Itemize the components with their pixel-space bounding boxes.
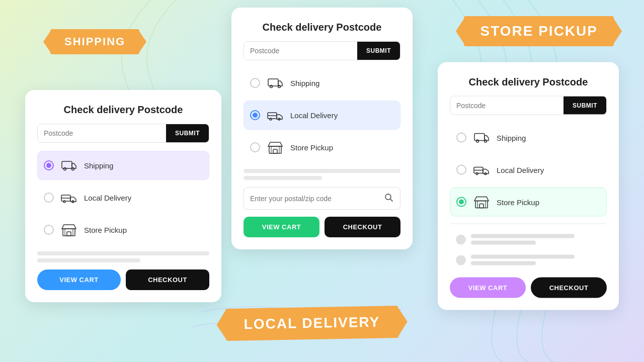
card-right-shipping-label: Shipping xyxy=(497,133,526,142)
card-center-radio-shipping xyxy=(250,78,260,88)
card-left-actions: VIEW CART CHECKOUT xyxy=(37,269,209,290)
card-left-shipping-label: Shipping xyxy=(84,161,113,170)
card-center-postcode-row: SUBMIT xyxy=(244,41,400,60)
svg-point-19 xyxy=(485,140,487,142)
store-pickup-banner: STORE PICKUP xyxy=(464,16,614,46)
card-center-actions: VIEW CART CHECKOUT xyxy=(244,217,400,237)
card-right-local-delivery-label: Local Delivery xyxy=(497,165,544,174)
card-left-radio-shipping xyxy=(44,160,54,170)
svg-rect-0 xyxy=(62,161,72,168)
svg-point-9 xyxy=(270,85,273,88)
card-right-radio-local-delivery xyxy=(456,165,466,175)
card-left-delivery-options: Shipping Local Delivery xyxy=(37,151,209,244)
card-center-search-button[interactable] xyxy=(384,193,394,204)
skeleton-circle-2 xyxy=(456,255,466,265)
skeleton-lines-2 xyxy=(471,255,601,265)
card-center: Check delivery Postcode SUBMIT Shipping xyxy=(231,8,413,249)
card-right-delivery-options: Shipping Local Delivery xyxy=(450,123,607,217)
svg-rect-17 xyxy=(474,134,485,141)
card-right-postcode-input[interactable] xyxy=(450,97,564,115)
local-delivery-banner-text: LOCAL DELIVERY xyxy=(244,314,380,332)
card-right-option-store-pickup[interactable]: Store Pickup xyxy=(450,188,607,217)
skeleton-line-short-2 xyxy=(471,261,536,265)
card-center-delivery-options: Shipping Local Delivery xyxy=(244,68,400,162)
svg-point-16 xyxy=(385,194,391,200)
card-left-checkout-button[interactable]: CHECKOUT xyxy=(126,269,209,290)
card-center-postal-input[interactable] xyxy=(250,195,384,203)
right-shipping-icon xyxy=(472,129,491,147)
card-right-view-cart-button[interactable]: VIEW CART xyxy=(450,278,526,298)
svg-point-10 xyxy=(278,85,281,88)
card-center-checkout-button[interactable]: CHECKOUT xyxy=(325,217,400,237)
svg-rect-15 xyxy=(273,149,277,153)
center-skeleton-bar-1 xyxy=(244,169,400,173)
card-left-option-shipping[interactable]: Shipping xyxy=(37,151,209,180)
skeleton-line-long-2 xyxy=(471,255,575,259)
card-right-radio-shipping xyxy=(456,133,466,143)
skeleton-bar-1 xyxy=(37,251,209,255)
card-left-radio-local-delivery xyxy=(44,193,54,203)
card-left-local-delivery-label: Local Delivery xyxy=(84,194,131,202)
card-center-store-pickup-label: Store Pickup xyxy=(290,143,333,152)
card-center-option-store-pickup[interactable]: Store Pickup xyxy=(244,133,400,162)
card-right-actions: VIEW CART CHECKOUT xyxy=(450,278,607,298)
skeleton-lines-1 xyxy=(471,234,601,245)
card-left-option-local-delivery[interactable]: Local Delivery xyxy=(37,183,209,212)
card-right-submit-button[interactable]: SUBMIT xyxy=(564,97,606,115)
card-right: Check delivery Postcode SUBMIT Shipping xyxy=(438,62,619,310)
center-local-delivery-icon xyxy=(266,106,284,124)
center-shipping-icon xyxy=(266,74,284,92)
card-right-postcode-row: SUBMIT xyxy=(450,96,607,115)
card-right-checkout-button[interactable]: CHECKOUT xyxy=(531,278,607,298)
card-left-skeleton xyxy=(37,251,209,262)
card-left-radio-store-pickup xyxy=(44,225,54,235)
svg-rect-8 xyxy=(268,79,278,86)
local-delivery-banner: LOCAL DELIVERY xyxy=(226,307,398,339)
card-right-title: Check delivery Postcode xyxy=(450,76,607,88)
card-center-local-delivery-label: Local Delivery xyxy=(290,111,338,120)
shipping-icon xyxy=(60,156,78,174)
card-center-option-local-delivery[interactable]: Local Delivery xyxy=(244,101,400,130)
right-store-pickup-icon xyxy=(472,193,491,211)
card-center-title: Check delivery Postcode xyxy=(244,22,400,33)
shipping-banner: SHIPPING xyxy=(50,29,139,54)
card-left: Check delivery Postcode SUBMIT Shipping xyxy=(25,90,221,302)
svg-point-21 xyxy=(476,173,478,175)
store-pickup-icon xyxy=(60,221,78,239)
svg-point-18 xyxy=(476,140,479,142)
card-right-option-shipping[interactable]: Shipping xyxy=(450,123,607,152)
card-right-divider xyxy=(450,224,607,224)
svg-rect-24 xyxy=(479,204,484,208)
card-center-skeleton xyxy=(244,169,400,180)
svg-point-2 xyxy=(72,168,74,170)
card-left-store-pickup-label: Store Pickup xyxy=(84,226,127,234)
skeleton-bar-2 xyxy=(37,258,140,262)
card-right-skeleton-row-2 xyxy=(450,250,607,270)
skeleton-line-long-1 xyxy=(471,234,575,238)
card-right-store-pickup-label: Store Pickup xyxy=(497,198,539,206)
card-center-submit-button[interactable]: SUBMIT xyxy=(357,42,400,60)
svg-point-4 xyxy=(63,201,65,203)
card-right-option-local-delivery[interactable]: Local Delivery xyxy=(450,155,607,185)
card-center-postcode-input[interactable] xyxy=(244,42,357,60)
right-local-delivery-icon xyxy=(472,161,491,179)
card-center-shipping-label: Shipping xyxy=(290,79,319,87)
card-right-skeleton-row-1 xyxy=(450,229,607,250)
card-left-option-store-pickup[interactable]: Store Pickup xyxy=(37,215,209,244)
svg-rect-7 xyxy=(67,232,71,236)
card-right-radio-store-pickup xyxy=(456,197,466,207)
card-left-submit-button[interactable]: SUBMIT xyxy=(166,124,209,142)
card-center-view-cart-button[interactable]: VIEW CART xyxy=(244,217,319,237)
card-left-postcode-row: SUBMIT xyxy=(37,124,209,143)
card-left-view-cart-button[interactable]: VIEW CART xyxy=(37,269,121,290)
center-skeleton-bar-2 xyxy=(244,176,322,180)
skeleton-circle-1 xyxy=(456,234,466,244)
card-center-option-shipping[interactable]: Shipping xyxy=(244,68,400,98)
local-delivery-icon xyxy=(60,189,78,207)
svg-point-1 xyxy=(64,168,66,170)
svg-point-12 xyxy=(270,118,272,120)
store-pickup-banner-text: STORE PICKUP xyxy=(480,23,598,39)
skeleton-line-short-1 xyxy=(471,241,536,245)
shipping-banner-text: SHIPPING xyxy=(64,35,125,48)
card-left-postcode-input[interactable] xyxy=(38,124,166,142)
